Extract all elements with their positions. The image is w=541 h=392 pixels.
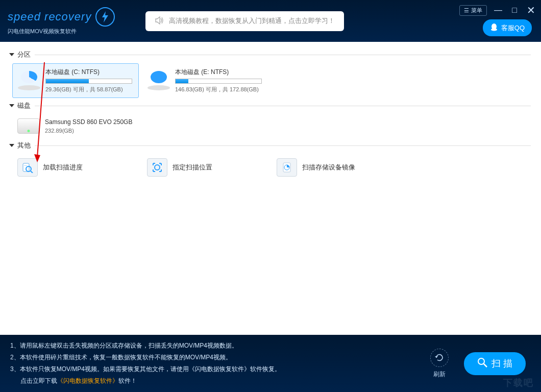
window-controls: ☰ 菜单 — □ ✕ — [459, 4, 536, 16]
partition-e[interactable]: 本地磁盘 (E: NTFS) 146.83(GB) 可用，共 172.88(GB… — [142, 63, 268, 98]
other-label: 指定扫描位置 — [173, 163, 212, 172]
drive-name: 本地磁盘 (C: NTFS) — [45, 68, 133, 77]
section-partitions-header[interactable]: 分区 — [10, 50, 531, 59]
logo-title: speed recovery — [8, 10, 91, 23]
instruction-line-2: 2、本软件使用碎片重组技术，恢复一般数据恢复软件不能恢复的MOV/MP4视频。 — [10, 352, 430, 363]
doc-search-icon: — — [17, 158, 38, 177]
watermark: 下载吧 — [503, 377, 534, 389]
refresh-icon — [430, 349, 449, 367]
collapse-icon — [9, 53, 14, 56]
logo-subtitle: 闪电佳能MOV视频恢复软件 — [8, 28, 115, 35]
app-footer: 1、请用鼠标左键双击丢失视频的分区或存储设备，扫描丢失的MOV/MP4视频数据。… — [0, 335, 541, 392]
disk-icon — [17, 118, 40, 134]
disk-stats: 232.89(GB) — [45, 128, 134, 134]
disk-samsung-ssd[interactable]: Samsung SSD 860 EVO 250GB 232.89(GB) — [12, 114, 139, 138]
svg-point-1 — [491, 29, 497, 31]
main-content: 分区 本地磁盘 (C: NTFS) 29.36(GB) 可用，共 58.87(G… — [0, 42, 541, 335]
others-row: — 加载扫描进度 指定扫描位置 扫描存储设备镜像 — [10, 154, 531, 181]
drive-stats: 29.36(GB) 可用，共 58.87(GB) — [45, 86, 133, 93]
collapse-icon — [9, 104, 14, 107]
svg-point-12 — [478, 358, 484, 364]
close-button[interactable]: ✕ — [526, 4, 536, 16]
refresh-button[interactable]: 刷新 — [430, 349, 449, 379]
drive-stats: 146.83(GB) 可用，共 172.88(GB) — [175, 86, 263, 93]
section-disks-header[interactable]: 磁盘 — [10, 101, 531, 110]
drive-name: 本地磁盘 (E: NTFS) — [175, 68, 263, 77]
instruction-download: 点击立即下载《闪电数据恢复软件》软件！ — [10, 375, 430, 387]
partition-c[interactable]: 本地磁盘 (C: NTFS) 29.36(GB) 可用，共 58.87(GB) — [12, 63, 139, 98]
promo-text: 高清视频教程，数据恢复从入门到精通，点击立即学习！ — [169, 16, 335, 26]
download-link[interactable]: 《闪电数据恢复软件》 — [57, 377, 118, 384]
partitions-row: 本地磁盘 (C: NTFS) 29.36(GB) 可用，共 58.87(GB) … — [10, 63, 531, 98]
section-title: 其他 — [17, 141, 31, 150]
menu-lines-icon: ☰ — [464, 7, 469, 14]
instruction-line-1: 1、请用鼠标左键双击丢失视频的分区或存储设备，扫描丢失的MOV/MP4视频数据。 — [10, 340, 430, 352]
disk-name: Samsung SSD 860 EVO 250GB — [45, 118, 134, 126]
magnify-icon — [477, 357, 487, 370]
section-others-header[interactable]: 其他 — [10, 141, 531, 150]
svg-point-8 — [155, 165, 160, 170]
drive-icon — [18, 71, 40, 90]
svg-line-13 — [484, 364, 487, 367]
menu-button[interactable]: ☰ 菜单 — [459, 5, 487, 16]
drive-icon — [147, 71, 170, 90]
svg-marker-11 — [435, 356, 438, 358]
usage-bar — [45, 79, 132, 84]
other-scan-image[interactable]: 扫描存储设备镜像 — [272, 154, 398, 181]
speaker-icon — [155, 16, 164, 26]
qq-support-button[interactable]: 客服QQ — [483, 19, 532, 36]
disks-row: Samsung SSD 860 EVO 250GB 232.89(GB) — [10, 114, 531, 138]
other-specify-location[interactable]: 指定扫描位置 — [142, 154, 268, 181]
instruction-line-3: 3、本软件只恢复MOV/MP4视频。如果需要恢复其他文件，请使用《闪电数据恢复软… — [10, 363, 430, 375]
collapse-icon — [9, 144, 14, 147]
pie-doc-icon — [277, 158, 297, 177]
footer-actions: 刷新 扫 描 — [430, 349, 526, 379]
section-title: 分区 — [17, 50, 31, 59]
scan-button[interactable]: 扫 描 — [464, 352, 526, 375]
minimize-button[interactable]: — — [493, 6, 503, 15]
svg-text:—: — — [24, 164, 27, 167]
other-load-progress[interactable]: — 加载扫描进度 — [12, 154, 139, 181]
bolt-icon — [95, 7, 115, 27]
app-header: speed recovery 闪电佳能MOV视频恢复软件 高清视频教程，数据恢复… — [0, 0, 541, 42]
section-title: 磁盘 — [17, 101, 31, 110]
promo-banner[interactable]: 高清视频教程，数据恢复从入门到精通，点击立即学习！ — [145, 11, 344, 31]
app-logo: speed recovery 闪电佳能MOV视频恢复软件 — [8, 7, 115, 35]
maximize-button[interactable]: □ — [509, 6, 520, 15]
instructions: 1、请用鼠标左键双击丢失视频的分区或存储设备，扫描丢失的MOV/MP4视频数据。… — [10, 340, 430, 386]
qq-icon — [490, 23, 498, 33]
svg-line-6 — [31, 171, 33, 173]
usage-bar — [175, 79, 262, 84]
other-label: 加载扫描进度 — [43, 163, 83, 172]
target-folder-icon — [147, 158, 167, 177]
other-label: 扫描存储设备镜像 — [302, 163, 355, 172]
